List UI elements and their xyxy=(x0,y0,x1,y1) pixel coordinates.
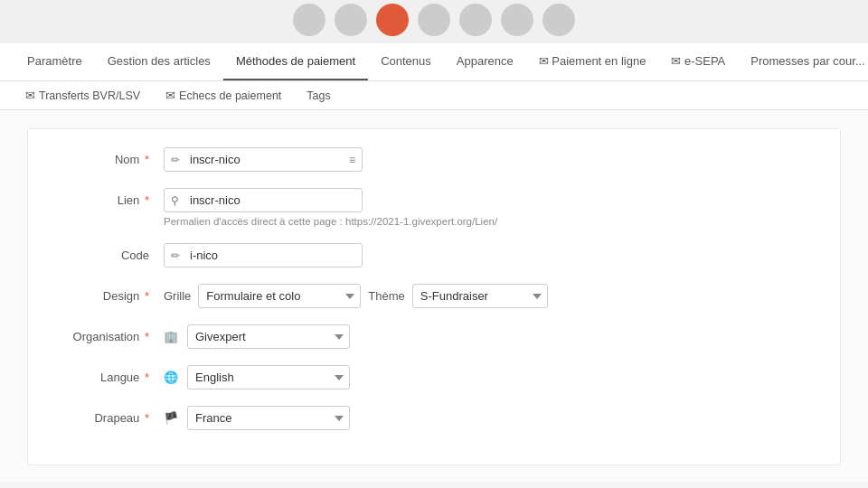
langue-select[interactable]: English Français Deutsch xyxy=(187,365,350,389)
envelope-icon-echecs: ✉ xyxy=(165,89,175,102)
avatar-5[interactable] xyxy=(459,4,492,36)
lien-input[interactable] xyxy=(164,188,363,212)
field-code: ✏ xyxy=(164,243,813,267)
field-lien: ⚲ Permalien d'accès direct à cette page … xyxy=(164,188,497,227)
sub-tab-transferts[interactable]: ✉ Transferts BVR/LSV xyxy=(14,81,151,109)
tab-contenus[interactable]: Contenus xyxy=(368,43,444,80)
avatar-3[interactable] xyxy=(376,4,409,36)
input-wrapper-nom: ✏ ≡ xyxy=(164,147,363,172)
main-nav: Paramètre Gestion des articles Méthodes … xyxy=(0,43,868,81)
list-icon-nom: ≡ xyxy=(349,154,355,166)
label-drapeau: Drapeau * xyxy=(55,411,164,425)
form-row-nom: Nom * ✏ ≡ xyxy=(55,147,813,172)
field-design: Grille Formulaire et colo Thème S-Fundra… xyxy=(164,284,813,308)
label-organisation: Organisation * xyxy=(55,330,164,343)
nom-input[interactable] xyxy=(164,147,363,172)
required-marker-lien: * xyxy=(141,193,149,207)
grille-select[interactable]: Formulaire et colo xyxy=(198,284,361,308)
form-row-lien: Lien * ⚲ Permalien d'accès direct à cett… xyxy=(55,188,813,227)
building-icon: 🏢 xyxy=(164,330,178,343)
avatar-bar xyxy=(0,0,868,43)
grille-label: Grille xyxy=(164,289,191,303)
theme-select[interactable]: S-Fundraiser xyxy=(412,284,548,308)
sub-tab-tags[interactable]: Tags xyxy=(296,82,341,109)
globe-icon: 🌐 xyxy=(164,371,178,384)
code-input[interactable] xyxy=(164,243,363,267)
envelope-icon-paiement: ✉ xyxy=(539,54,549,68)
avatar-7[interactable] xyxy=(542,4,575,36)
required-marker-organisation: * xyxy=(141,330,149,343)
required-marker-design: * xyxy=(141,289,149,303)
tab-promesses[interactable]: Promesses par cour... xyxy=(738,43,868,80)
required-marker-langue: * xyxy=(141,371,149,384)
tab-e-sepa[interactable]: ✉ e-SEPA xyxy=(658,43,738,80)
form-row-organisation: Organisation * 🏢 Givexpert xyxy=(55,324,813,349)
envelope-icon-transferts: ✉ xyxy=(25,89,35,102)
drapeau-select[interactable]: France Suisse Belgique xyxy=(187,406,350,430)
organisation-select[interactable]: Givexpert xyxy=(187,324,350,349)
label-design: Design * xyxy=(55,289,164,303)
tab-gestion-articles[interactable]: Gestion des articles xyxy=(95,43,223,80)
avatar-1[interactable] xyxy=(293,4,326,36)
form-row-design: Design * Grille Formulaire et colo Thème… xyxy=(55,284,813,308)
tab-paiement-en-ligne[interactable]: ✉ Paiement en ligne xyxy=(526,43,659,80)
tab-apparence[interactable]: Apparence xyxy=(444,43,526,80)
field-drapeau: 🏴 France Suisse Belgique xyxy=(164,406,813,430)
sub-tab-echecs[interactable]: ✉ Echecs de paiement xyxy=(155,81,292,109)
label-langue: Langue * xyxy=(55,371,164,384)
avatar-6[interactable] xyxy=(501,4,533,36)
label-code: Code xyxy=(55,249,164,262)
input-wrapper-code: ✏ xyxy=(164,243,363,267)
flag-icon: 🏴 xyxy=(164,411,178,425)
field-nom: ✏ ≡ xyxy=(164,147,813,172)
link-icon-lien: ⚲ xyxy=(171,194,179,207)
pencil-icon-code: ✏ xyxy=(171,249,180,262)
main-content: Nom * ✏ ≡ Lien * ⚲ Permalien d'accès d xyxy=(0,110,868,483)
theme-label: Thème xyxy=(368,289,404,303)
permalink-text: Permalien d'accès direct à cette page : … xyxy=(164,216,497,227)
tab-methodes-paiement[interactable]: Méthodes de paiement xyxy=(223,43,368,80)
required-marker-drapeau: * xyxy=(141,411,149,425)
form-row-drapeau: Drapeau * 🏴 France Suisse Belgique xyxy=(55,406,813,430)
form-container: Nom * ✏ ≡ Lien * ⚲ Permalien d'accès d xyxy=(27,128,841,465)
tab-parametre[interactable]: Paramètre xyxy=(14,43,95,80)
avatar-2[interactable] xyxy=(335,4,367,36)
field-langue: 🌐 English Français Deutsch xyxy=(164,365,813,389)
field-organisation: 🏢 Givexpert xyxy=(164,324,813,349)
label-nom: Nom * xyxy=(55,153,164,166)
required-marker-nom: * xyxy=(141,153,149,166)
pencil-icon-nom: ✏ xyxy=(171,154,180,166)
sub-nav: ✉ Transferts BVR/LSV ✉ Echecs de paiemen… xyxy=(0,81,868,110)
form-row-langue: Langue * 🌐 English Français Deutsch xyxy=(55,365,813,389)
avatar-4[interactable] xyxy=(418,4,450,36)
form-row-code: Code ✏ xyxy=(55,243,813,267)
envelope-icon-sepa: ✉ xyxy=(671,54,681,68)
label-lien: Lien * xyxy=(55,188,164,207)
input-wrapper-lien: ⚲ xyxy=(164,188,497,212)
